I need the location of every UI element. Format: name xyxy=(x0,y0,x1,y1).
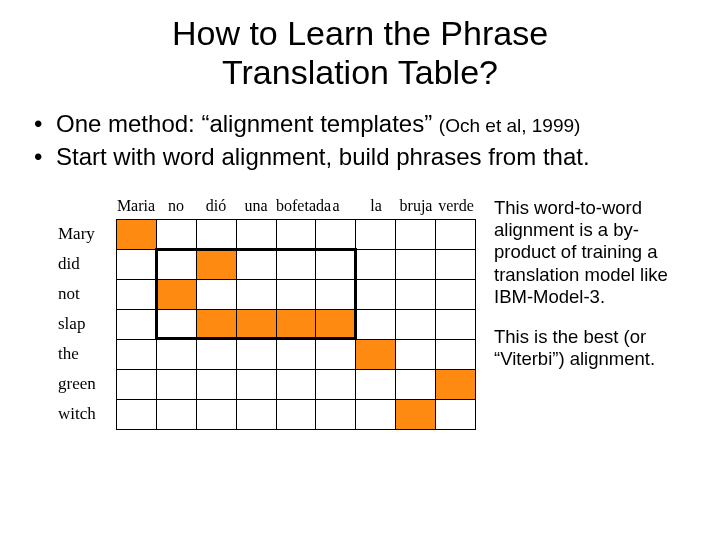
row-header: did xyxy=(58,249,116,279)
alignment-cell xyxy=(436,309,476,339)
alignment-cell xyxy=(117,399,157,429)
row-header: the xyxy=(58,339,116,369)
alignment-cell xyxy=(236,369,276,399)
bullet-text: Start with word alignment, build phrases… xyxy=(56,141,590,173)
bullet-item: • One method: “alignment templates” (Och… xyxy=(34,108,690,140)
alignment-cell xyxy=(117,249,157,279)
alignment-cell xyxy=(156,339,196,369)
alignment-cell xyxy=(316,249,356,279)
alignment-grid xyxy=(116,219,476,430)
alignment-cell xyxy=(356,249,396,279)
alignment-cell xyxy=(436,279,476,309)
alignment-cell xyxy=(276,369,316,399)
alignment-cell xyxy=(316,339,356,369)
alignment-cell xyxy=(117,339,157,369)
alignment-cell xyxy=(276,309,316,339)
alignment-cell xyxy=(276,399,316,429)
alignment-cell xyxy=(196,369,236,399)
col-header: bofetada xyxy=(276,197,316,215)
col-header: bruja xyxy=(396,197,436,215)
note-paragraph: This is the best (or “Viterbi”) alignmen… xyxy=(494,326,690,370)
alignment-cell xyxy=(356,309,396,339)
citation: (Och et al, 1999) xyxy=(439,115,581,136)
alignment-cell xyxy=(436,249,476,279)
alignment-cell xyxy=(196,399,236,429)
alignment-cell xyxy=(196,339,236,369)
row-headers: Mary did not slap the green witch xyxy=(58,219,116,430)
side-notes: This word-to-word alignment is a by-prod… xyxy=(494,197,690,388)
alignment-cell xyxy=(236,399,276,429)
col-header: la xyxy=(356,197,396,215)
col-header: no xyxy=(156,197,196,215)
alignment-cell xyxy=(236,249,276,279)
bullet-list: • One method: “alignment templates” (Och… xyxy=(34,108,690,173)
alignment-cell xyxy=(436,399,476,429)
bullet-dot-icon: • xyxy=(34,108,56,140)
alignment-cell xyxy=(316,309,356,339)
slide: How to Learn the Phrase Translation Tabl… xyxy=(0,0,720,430)
alignment-cell xyxy=(396,399,436,429)
alignment-cell xyxy=(316,219,356,249)
alignment-cell xyxy=(117,309,157,339)
col-header: Maria xyxy=(116,197,156,215)
row-header: not xyxy=(58,279,116,309)
note-paragraph: This word-to-word alignment is a by-prod… xyxy=(494,197,690,308)
row-header: witch xyxy=(58,399,116,429)
alignment-cell xyxy=(196,249,236,279)
column-headers: Maria no dió una bofetada a la bruja ver… xyxy=(116,197,476,219)
alignment-cell xyxy=(356,369,396,399)
alignment-cell xyxy=(156,279,196,309)
alignment-cell xyxy=(356,339,396,369)
alignment-cell xyxy=(276,339,316,369)
col-header: a xyxy=(316,197,356,215)
alignment-cell xyxy=(156,219,196,249)
alignment-cell xyxy=(396,309,436,339)
alignment-cell xyxy=(156,399,196,429)
alignment-cell xyxy=(236,279,276,309)
alignment-cell xyxy=(316,279,356,309)
bullet-text: One method: “alignment templates” xyxy=(56,110,439,137)
alignment-cell xyxy=(436,219,476,249)
alignment-cell xyxy=(436,369,476,399)
slide-title: How to Learn the Phrase Translation Tabl… xyxy=(30,14,690,92)
alignment-table xyxy=(116,219,476,430)
bullet-item: • Start with word alignment, build phras… xyxy=(34,141,690,173)
alignment-cell xyxy=(356,399,396,429)
bullet-dot-icon: • xyxy=(34,141,56,173)
alignment-matrix: Maria no dió una bofetada a la bruja ver… xyxy=(58,197,476,430)
alignment-cell xyxy=(117,219,157,249)
alignment-cell xyxy=(356,219,396,249)
alignment-cell xyxy=(396,339,436,369)
row-header: green xyxy=(58,369,116,399)
alignment-cell xyxy=(316,399,356,429)
alignment-cell xyxy=(396,219,436,249)
alignment-cell xyxy=(396,279,436,309)
alignment-cell xyxy=(396,249,436,279)
col-header: dió xyxy=(196,197,236,215)
alignment-cell xyxy=(276,219,316,249)
title-line-2: Translation Table? xyxy=(222,53,498,91)
alignment-cell xyxy=(396,369,436,399)
alignment-cell xyxy=(356,279,396,309)
alignment-cell xyxy=(117,369,157,399)
row-header: slap xyxy=(58,309,116,339)
col-header: verde xyxy=(436,197,476,215)
alignment-cell xyxy=(196,279,236,309)
col-header: una xyxy=(236,197,276,215)
alignment-cell xyxy=(276,279,316,309)
alignment-cell xyxy=(236,309,276,339)
alignment-cell xyxy=(196,309,236,339)
content-area: Maria no dió una bofetada a la bruja ver… xyxy=(30,197,690,430)
row-header: Mary xyxy=(58,219,116,249)
alignment-cell xyxy=(436,339,476,369)
alignment-cell xyxy=(236,219,276,249)
alignment-cell xyxy=(156,369,196,399)
alignment-cell xyxy=(156,249,196,279)
alignment-cell xyxy=(276,249,316,279)
alignment-cell xyxy=(196,219,236,249)
alignment-cell xyxy=(316,369,356,399)
alignment-cell xyxy=(117,279,157,309)
alignment-cell xyxy=(156,309,196,339)
alignment-cell xyxy=(236,339,276,369)
title-line-1: How to Learn the Phrase xyxy=(172,14,548,52)
